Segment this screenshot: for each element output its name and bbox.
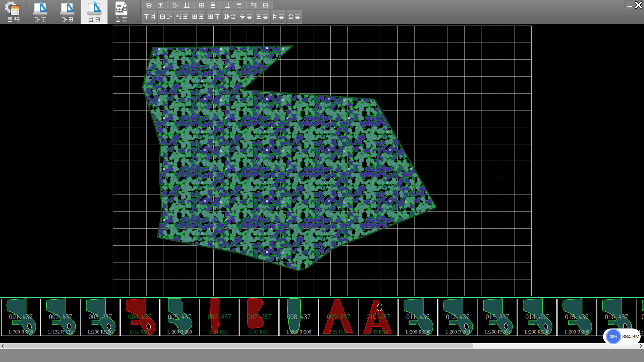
svg-text:005_#37: 005_#37 <box>168 313 192 320</box>
svg-text:L:31 R:31: L:31 R:31 <box>249 329 269 335</box>
svg-text:L:200 R:200: L:200 R:200 <box>88 329 113 335</box>
svg-text:0: 0 <box>641 313 644 320</box>
svg-text:002_#37: 002_#37 <box>49 313 72 320</box>
svg-text:016_#37: 016_#37 <box>605 313 628 320</box>
svg-text:L:32 R:31: L:32 R:31 <box>329 329 348 335</box>
svg-text:011_#37: 011_#37 <box>406 313 429 320</box>
svg-text:L:700 R:700: L:700 R:700 <box>8 329 33 335</box>
svg-text:L:21 R:21: L:21 R:21 <box>209 329 229 335</box>
svg-text:001_#37: 001_#37 <box>9 313 33 320</box>
svg-text:L:200 R:200: L:200 R:200 <box>565 329 589 335</box>
svg-text:004_#37: 004_#37 <box>128 313 152 320</box>
svg-text:L:200 R:200: L:200 R:200 <box>445 329 470 335</box>
svg-text:384.8M: 384.8M <box>622 334 640 339</box>
svg-text:009_#37: 009_#37 <box>327 313 350 320</box>
svg-text:L:33 R:33: L:33 R:33 <box>368 329 388 335</box>
svg-text:015_#37: 015_#37 <box>565 313 589 320</box>
svg-text:L:200 R:200: L:200 R:200 <box>485 329 510 335</box>
svg-text:012_#37: 012_#37 <box>446 313 469 320</box>
svg-text:L:200 R:200: L:200 R:200 <box>167 329 192 335</box>
svg-text:003_#37: 003_#37 <box>89 313 112 320</box>
svg-text:L:31 R:31: L:31 R:31 <box>130 329 150 335</box>
svg-text:L:200 R:200: L:200 R:200 <box>406 329 430 335</box>
svg-text:014_#37: 014_#37 <box>525 313 549 320</box>
svg-text:L:200 R:200: L:200 R:200 <box>525 329 549 335</box>
svg-text:L:132 R:132: L:132 R:132 <box>48 329 73 335</box>
svg-text:008_#37: 008_#37 <box>287 313 311 320</box>
svg-text:010_#37: 010_#37 <box>367 313 390 320</box>
svg-text:007_#37: 007_#37 <box>247 313 271 320</box>
svg-text:38%: 38% <box>610 335 617 339</box>
svg-text:006_#37: 006_#37 <box>208 313 231 320</box>
svg-text:013_#37: 013_#37 <box>486 313 509 320</box>
svg-text:L:200 R:200: L:200 R:200 <box>286 329 311 335</box>
